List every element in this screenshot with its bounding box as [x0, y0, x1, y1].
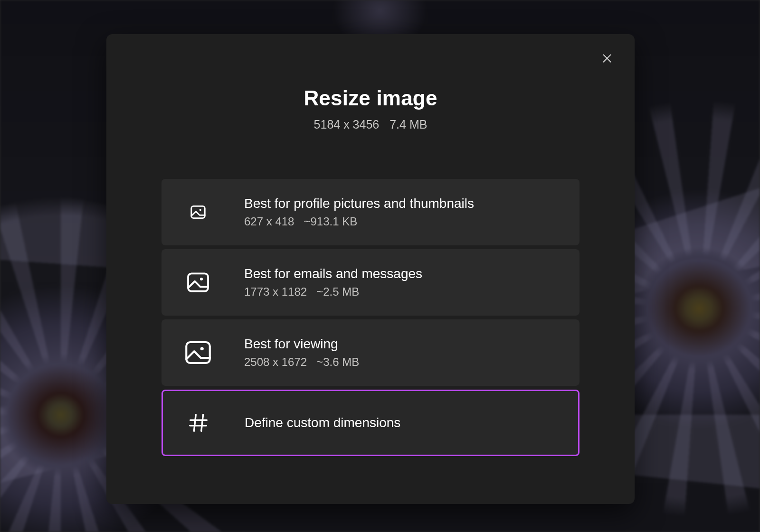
- option-title: Define custom dimensions: [245, 415, 400, 430]
- dialog-header: Resize image 5184 x 34567.4 MB: [125, 86, 616, 131]
- option-size: ~3.6 MB: [316, 355, 359, 368]
- resize-option-custom[interactable]: Define custom dimensions: [162, 390, 580, 456]
- option-subtitle: 1773 x 1182~2.5 MB: [244, 285, 422, 299]
- svg-rect-6: [186, 342, 210, 363]
- option-dimensions: 627 x 418: [244, 215, 294, 228]
- dialog-subtitle: 5184 x 34567.4 MB: [125, 118, 616, 131]
- resize-options-list: Best for profile pictures and thumbnails…: [125, 179, 616, 456]
- option-title: Best for emails and messages: [244, 266, 422, 281]
- option-text: Best for viewing 2508 x 1672~3.6 MB: [244, 336, 359, 369]
- option-text: Define custom dimensions: [245, 415, 400, 430]
- option-dimensions: 1773 x 1182: [244, 285, 307, 298]
- resize-dialog: Resize image 5184 x 34567.4 MB Best for …: [106, 34, 635, 504]
- svg-rect-4: [188, 273, 208, 291]
- image-medium-icon: [182, 267, 214, 298]
- option-text: Best for emails and messages 1773 x 1182…: [244, 266, 422, 299]
- current-size: 7.4 MB: [390, 118, 427, 131]
- option-size: ~913.1 KB: [304, 215, 357, 228]
- image-large-icon: [182, 337, 214, 368]
- hash-icon: [183, 407, 214, 439]
- option-subtitle: 627 x 418~913.1 KB: [244, 215, 474, 228]
- svg-point-3: [200, 209, 201, 211]
- svg-line-8: [194, 415, 196, 431]
- svg-point-5: [200, 278, 203, 280]
- option-size: ~2.5 MB: [316, 285, 359, 298]
- resize-option-viewing[interactable]: Best for viewing 2508 x 1672~3.6 MB: [162, 319, 580, 386]
- resize-option-emails[interactable]: Best for emails and messages 1773 x 1182…: [162, 249, 580, 316]
- close-button[interactable]: [596, 47, 618, 70]
- svg-line-9: [201, 415, 203, 431]
- option-subtitle: 2508 x 1672~3.6 MB: [244, 355, 359, 369]
- svg-point-7: [200, 347, 204, 350]
- option-title: Best for viewing: [244, 336, 359, 352]
- resize-option-thumbnails[interactable]: Best for profile pictures and thumbnails…: [162, 179, 580, 245]
- current-dimensions: 5184 x 3456: [314, 118, 380, 131]
- dialog-title: Resize image: [125, 86, 616, 110]
- image-small-icon: [182, 196, 214, 228]
- option-title: Best for profile pictures and thumbnails: [244, 196, 474, 211]
- option-text: Best for profile pictures and thumbnails…: [244, 196, 474, 228]
- option-dimensions: 2508 x 1672: [244, 355, 307, 368]
- svg-rect-2: [191, 206, 205, 218]
- close-icon: [601, 52, 613, 66]
